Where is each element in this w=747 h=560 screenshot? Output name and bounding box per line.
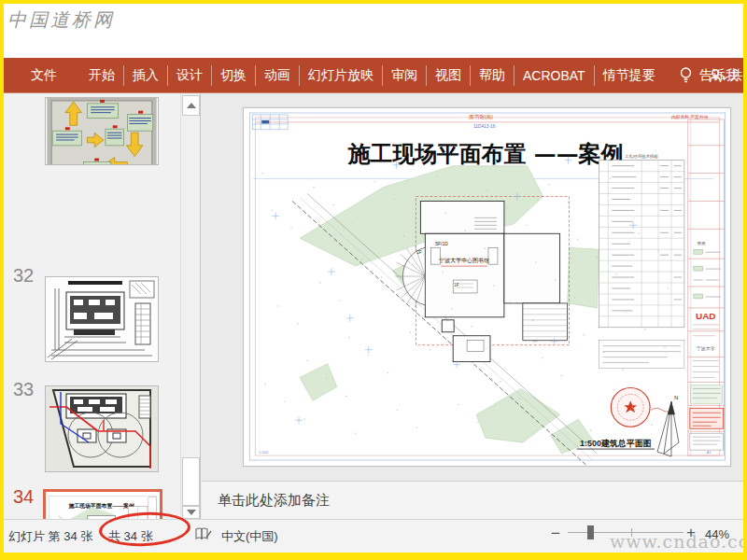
building-floors-label: 5F/1D [435, 242, 448, 246]
siteplan-drawing: 图书馆(南) 11D413-16 内部资料 严禁外传 施工现场平面布置 ——案例 [244, 108, 730, 466]
share-label: 共享 [730, 67, 743, 84]
svg-text:施工现场平面布置——案例: 施工现场平面布置——案例 [67, 502, 134, 510]
svg-text:1:500: 1:500 [259, 450, 269, 455]
tab-insert[interactable]: 插入 [124, 67, 167, 84]
svg-text:A1: A1 [707, 450, 712, 455]
language-indicator[interactable]: 中文(中国) [221, 528, 278, 545]
flowchart-thumbnail-graphic [46, 98, 158, 165]
siteplan-bw-thumbnail-graphic [46, 277, 158, 361]
slide-position-indicator[interactable]: 幻灯片 第 34 张 [8, 528, 92, 545]
scroll-up-button[interactable] [182, 95, 200, 116]
slide-editing-area: 图书馆(南) 11D413-16 内部资料 严禁外传 施工现场平面布置 ——案例 [202, 93, 743, 519]
floor-2-label: 2F [416, 250, 421, 255]
workspace: 32 [4, 93, 743, 519]
zoom-slider-track[interactable] [568, 532, 684, 533]
north-label: N [674, 395, 678, 400]
floor-1-label: 1F [454, 283, 458, 287]
slide-thumbnail-33[interactable] [45, 385, 159, 472]
header-red-label: 图书馆(南) [469, 114, 493, 120]
tab-animations[interactable]: 动画 [256, 67, 299, 84]
tab-file[interactable]: 文件 [22, 67, 65, 84]
zoom-out-button[interactable]: − [551, 525, 560, 543]
slide-number-34: 34 [13, 486, 41, 508]
thumbnail-scrollbar[interactable] [180, 93, 200, 519]
slide-number-33: 33 [13, 379, 41, 400]
scale-label: 1:500建筑总平面图 [580, 439, 652, 448]
spell-check-icon[interactable] [194, 526, 212, 544]
arrow-up-icon [187, 103, 196, 108]
slide-thumbnail-pane: 32 [4, 93, 201, 519]
drawing-number: 11D413-16 [473, 124, 496, 129]
tab-review[interactable]: 审阅 [383, 67, 426, 84]
slide-thumbnail-32[interactable] [45, 276, 159, 362]
notes-placeholder[interactable]: 单击此处添加备注 [202, 492, 330, 510]
tab-help[interactable]: 帮助 [471, 67, 514, 84]
tab-view[interactable]: 视图 [427, 67, 470, 84]
scrollbar-thumb[interactable] [182, 457, 200, 506]
building-name-label: 宁波大学中心图书馆 [439, 257, 489, 264]
uad-logo: UAD [696, 311, 716, 321]
slide-title[interactable]: 施工现场平面布置 ——案例 [347, 141, 624, 167]
zoom-in-button[interactable]: + [686, 524, 696, 542]
tab-design[interactable]: 设计 [168, 67, 211, 84]
zoom-level[interactable]: 44% [705, 527, 729, 541]
siteplan-annotated-thumbnail-graphic [46, 386, 158, 471]
slide-number-32: 32 [13, 265, 41, 287]
powerpoint-window: 中国道桥网 文件 开始 插入 设计 切换 动画 幻灯片放映 审阅 视图 帮助 A… [4, 4, 743, 553]
ribbon-tab-bar: 文件 开始 插入 设计 切换 动画 幻灯片放映 审阅 视图 帮助 ACROBAT… [4, 58, 743, 93]
status-bar: 幻灯片 第 34 张 共 34 张 中文(中国) − + 44% [4, 519, 743, 553]
tab-transitions[interactable]: 切换 [212, 67, 255, 84]
arrow-down-icon [187, 510, 196, 515]
tab-storyboarding[interactable]: 情节提要 [595, 67, 664, 84]
zoom-slider-thumb[interactable] [587, 525, 594, 539]
share-person-icon [708, 67, 726, 84]
slide-thumbnail-31[interactable] [45, 97, 159, 165]
tab-home[interactable]: 开始 [80, 67, 123, 84]
share-button[interactable]: 共享 [708, 58, 743, 93]
scroll-down-button[interactable] [182, 506, 200, 519]
lightbulb-icon [679, 66, 693, 85]
site-watermark-top: 中国道桥网 [7, 7, 115, 33]
tab-slideshow[interactable]: 幻灯片放映 [300, 67, 382, 84]
slide-total-indicator[interactable]: 共 34 张 [108, 528, 153, 545]
notes-panel[interactable]: 单击此处添加备注 [202, 481, 743, 519]
current-slide-canvas[interactable]: 图书馆(南) 11D413-16 内部资料 严禁外传 施工现场平面布置 ——案例 [243, 107, 731, 467]
tab-acrobat[interactable]: ACROBAT [514, 68, 594, 83]
org-name: 宁波大学 [697, 345, 715, 352]
zoom-slider-center-tick [631, 528, 632, 537]
